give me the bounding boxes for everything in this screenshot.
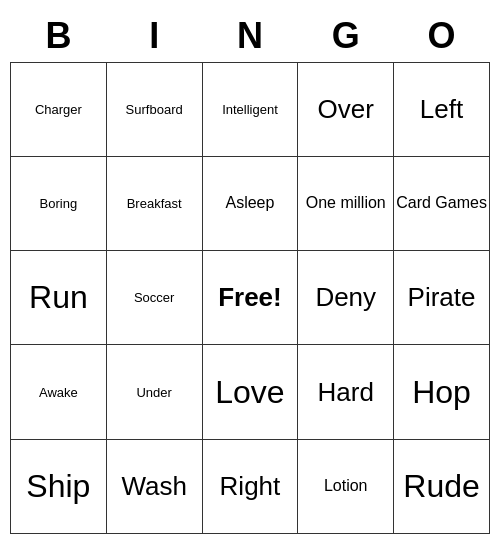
cell-r3-c2: Love: [202, 345, 298, 439]
bingo-row-3: AwakeUnderLoveHardHop: [11, 345, 490, 439]
cell-r1-c2: Asleep: [202, 156, 298, 250]
cell-r0-c3: Over: [298, 62, 394, 156]
cell-r2-c3: Deny: [298, 251, 394, 345]
cell-r2-c0: Run: [11, 251, 107, 345]
bingo-row-0: ChargerSurfboardIntelligentOverLeft: [11, 62, 490, 156]
bingo-row-1: BoringBreakfastAsleepOne millionCard Gam…: [11, 156, 490, 250]
cell-r2-c1: Soccer: [106, 251, 202, 345]
header-letter-o: O: [394, 10, 490, 62]
cell-r1-c3: One million: [298, 156, 394, 250]
cell-r2-c4: Pirate: [394, 251, 490, 345]
cell-r4-c4: Rude: [394, 439, 490, 533]
header-letter-i: I: [106, 10, 202, 62]
cell-r3-c1: Under: [106, 345, 202, 439]
cell-r1-c1: Breakfast: [106, 156, 202, 250]
cell-r0-c1: Surfboard: [106, 62, 202, 156]
cell-r1-c0: Boring: [11, 156, 107, 250]
cell-r3-c0: Awake: [11, 345, 107, 439]
cell-r3-c3: Hard: [298, 345, 394, 439]
cell-r4-c3: Lotion: [298, 439, 394, 533]
header-letter-g: G: [298, 10, 394, 62]
cell-r2-c2: Free!: [202, 251, 298, 345]
header-letter-b: B: [11, 10, 107, 62]
cell-r0-c0: Charger: [11, 62, 107, 156]
bingo-row-4: ShipWashRightLotionRude: [11, 439, 490, 533]
cell-r4-c1: Wash: [106, 439, 202, 533]
cell-r0-c2: Intelligent: [202, 62, 298, 156]
bingo-row-2: RunSoccerFree!DenyPirate: [11, 251, 490, 345]
header-letter-n: N: [202, 10, 298, 62]
cell-r1-c4: Card Games: [394, 156, 490, 250]
cell-r3-c4: Hop: [394, 345, 490, 439]
bingo-header-row: BINGO: [11, 10, 490, 62]
cell-r0-c4: Left: [394, 62, 490, 156]
bingo-card: BINGO ChargerSurfboardIntelligentOverLef…: [10, 10, 490, 534]
cell-r4-c0: Ship: [11, 439, 107, 533]
cell-r4-c2: Right: [202, 439, 298, 533]
